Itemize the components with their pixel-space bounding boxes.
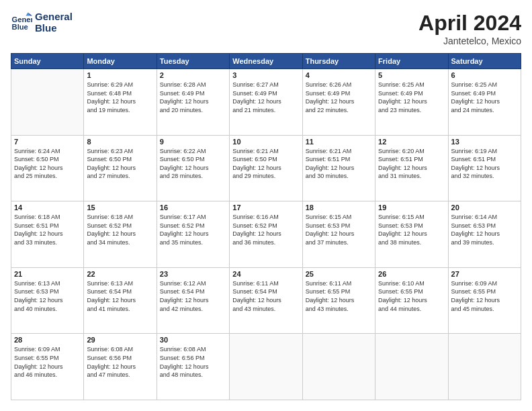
day-number: 6 <box>451 71 518 79</box>
day-number: 5 <box>378 71 445 79</box>
day-number: 9 <box>160 138 226 146</box>
calendar-cell: 16Sunrise: 6:17 AMSunset: 6:52 PMDayligh… <box>157 201 229 268</box>
day-number: 15 <box>87 203 153 212</box>
calendar-cell: 25Sunrise: 6:11 AMSunset: 6:55 PMDayligh… <box>302 267 375 334</box>
day-detail: Sunrise: 6:17 AMSunset: 6:52 PMDaylight:… <box>160 213 226 246</box>
weekday-header-saturday: Saturday <box>448 54 521 69</box>
day-detail: Sunrise: 6:20 AMSunset: 6:51 PMDaylight:… <box>378 147 445 181</box>
day-detail: Sunrise: 6:16 AMSunset: 6:52 PMDaylight:… <box>232 213 299 246</box>
logo-general: General <box>35 11 73 22</box>
day-number: 11 <box>306 138 372 146</box>
month-title: April 2024 <box>418 11 521 36</box>
calendar-cell: 8Sunrise: 6:23 AMSunset: 6:50 PMDaylight… <box>84 135 157 201</box>
day-detail: Sunrise: 6:29 AMSunset: 6:48 PMDaylight:… <box>87 81 153 114</box>
day-number: 18 <box>306 203 372 212</box>
day-detail: Sunrise: 6:09 AMSunset: 6:55 PMDaylight:… <box>451 279 518 313</box>
calendar-cell: 23Sunrise: 6:12 AMSunset: 6:54 PMDayligh… <box>157 267 229 334</box>
day-number: 25 <box>306 270 372 278</box>
calendar-cell: 5Sunrise: 6:25 AMSunset: 6:49 PMDaylight… <box>375 69 448 136</box>
calendar-cell: 26Sunrise: 6:10 AMSunset: 6:55 PMDayligh… <box>375 267 448 334</box>
calendar-cell: 13Sunrise: 6:19 AMSunset: 6:51 PMDayligh… <box>448 135 521 201</box>
day-detail: Sunrise: 6:11 AMSunset: 6:54 PMDaylight:… <box>232 279 299 313</box>
calendar-cell: 18Sunrise: 6:15 AMSunset: 6:53 PMDayligh… <box>302 201 375 268</box>
day-number: 24 <box>232 270 299 278</box>
day-detail: Sunrise: 6:18 AMSunset: 6:52 PMDaylight:… <box>87 213 153 246</box>
calendar-cell: 29Sunrise: 6:08 AMSunset: 6:56 PMDayligh… <box>84 334 157 400</box>
week-row-5: 28Sunrise: 6:09 AMSunset: 6:55 PMDayligh… <box>11 334 521 400</box>
calendar-cell <box>375 334 448 400</box>
day-detail: Sunrise: 6:24 AMSunset: 6:50 PMDaylight:… <box>14 147 81 181</box>
weekday-header-row: SundayMondayTuesdayWednesdayThursdayFrid… <box>11 54 521 69</box>
day-detail: Sunrise: 6:13 AMSunset: 6:54 PMDaylight:… <box>87 279 153 313</box>
day-number: 8 <box>87 138 153 146</box>
calendar-cell: 12Sunrise: 6:20 AMSunset: 6:51 PMDayligh… <box>375 135 448 201</box>
calendar-cell: 20Sunrise: 6:14 AMSunset: 6:53 PMDayligh… <box>448 201 521 268</box>
day-detail: Sunrise: 6:18 AMSunset: 6:51 PMDaylight:… <box>14 213 81 246</box>
header: General Blue General Blue April 2024 Jan… <box>11 11 521 46</box>
week-row-2: 7Sunrise: 6:24 AMSunset: 6:50 PMDaylight… <box>11 135 521 201</box>
day-detail: Sunrise: 6:10 AMSunset: 6:55 PMDaylight:… <box>378 279 445 313</box>
day-number: 1 <box>87 71 153 79</box>
day-detail: Sunrise: 6:22 AMSunset: 6:50 PMDaylight:… <box>160 147 226 181</box>
day-detail: Sunrise: 6:26 AMSunset: 6:49 PMDaylight:… <box>306 81 372 114</box>
day-number: 29 <box>87 336 153 344</box>
day-detail: Sunrise: 6:25 AMSunset: 6:49 PMDaylight:… <box>378 81 445 114</box>
day-number: 30 <box>160 336 226 344</box>
day-detail: Sunrise: 6:23 AMSunset: 6:50 PMDaylight:… <box>87 147 153 181</box>
day-detail: Sunrise: 6:08 AMSunset: 6:56 PMDaylight:… <box>87 345 153 379</box>
calendar-cell: 4Sunrise: 6:26 AMSunset: 6:49 PMDaylight… <box>302 69 375 136</box>
day-number: 4 <box>306 71 372 79</box>
weekday-header-monday: Monday <box>84 54 157 69</box>
weekday-header-sunday: Sunday <box>11 54 84 69</box>
calendar-cell: 19Sunrise: 6:15 AMSunset: 6:53 PMDayligh… <box>375 201 448 268</box>
svg-text:Blue: Blue <box>12 23 28 31</box>
calendar-cell: 24Sunrise: 6:11 AMSunset: 6:54 PMDayligh… <box>230 267 302 334</box>
day-number: 16 <box>160 203 226 212</box>
day-detail: Sunrise: 6:13 AMSunset: 6:53 PMDaylight:… <box>14 279 81 313</box>
logo-icon: General Blue <box>11 11 32 33</box>
day-number: 23 <box>160 270 226 278</box>
week-row-4: 21Sunrise: 6:13 AMSunset: 6:53 PMDayligh… <box>11 267 521 334</box>
svg-text:General: General <box>12 15 32 24</box>
day-detail: Sunrise: 6:14 AMSunset: 6:53 PMDaylight:… <box>451 213 518 246</box>
day-number: 27 <box>451 270 518 278</box>
day-number: 7 <box>14 138 81 146</box>
title-block: April 2024 Jantetelco, Mexico <box>418 11 521 46</box>
calendar-cell: 6Sunrise: 6:25 AMSunset: 6:49 PMDaylight… <box>448 69 521 136</box>
calendar-cell: 15Sunrise: 6:18 AMSunset: 6:52 PMDayligh… <box>84 201 157 268</box>
day-number: 3 <box>232 71 299 79</box>
calendar-cell: 14Sunrise: 6:18 AMSunset: 6:51 PMDayligh… <box>11 201 84 268</box>
calendar-cell: 7Sunrise: 6:24 AMSunset: 6:50 PMDaylight… <box>11 135 84 201</box>
calendar-cell: 3Sunrise: 6:27 AMSunset: 6:49 PMDaylight… <box>230 69 302 136</box>
day-number: 22 <box>87 270 153 278</box>
calendar-cell: 2Sunrise: 6:28 AMSunset: 6:49 PMDaylight… <box>157 69 229 136</box>
day-number: 20 <box>451 203 518 212</box>
day-number: 26 <box>378 270 445 278</box>
day-detail: Sunrise: 6:21 AMSunset: 6:50 PMDaylight:… <box>232 147 299 181</box>
page: General Blue General Blue April 2024 Jan… <box>0 0 532 411</box>
calendar-cell <box>11 69 84 136</box>
day-detail: Sunrise: 6:15 AMSunset: 6:53 PMDaylight:… <box>306 213 372 246</box>
calendar-cell: 22Sunrise: 6:13 AMSunset: 6:54 PMDayligh… <box>84 267 157 334</box>
location: Jantetelco, Mexico <box>418 36 521 46</box>
day-number: 2 <box>160 71 226 79</box>
logo: General Blue General Blue <box>11 11 73 34</box>
day-detail: Sunrise: 6:09 AMSunset: 6:55 PMDaylight:… <box>14 345 81 379</box>
day-number: 21 <box>14 270 81 278</box>
calendar-cell: 11Sunrise: 6:21 AMSunset: 6:51 PMDayligh… <box>302 135 375 201</box>
day-detail: Sunrise: 6:25 AMSunset: 6:49 PMDaylight:… <box>451 81 518 114</box>
day-number: 14 <box>14 203 81 212</box>
day-number: 12 <box>378 138 445 146</box>
day-detail: Sunrise: 6:28 AMSunset: 6:49 PMDaylight:… <box>160 81 226 114</box>
weekday-header-friday: Friday <box>375 54 448 69</box>
calendar-cell: 9Sunrise: 6:22 AMSunset: 6:50 PMDaylight… <box>157 135 229 201</box>
day-detail: Sunrise: 6:11 AMSunset: 6:55 PMDaylight:… <box>306 279 372 313</box>
weekday-header-wednesday: Wednesday <box>230 54 302 69</box>
day-detail: Sunrise: 6:27 AMSunset: 6:49 PMDaylight:… <box>232 81 299 114</box>
day-number: 10 <box>232 138 299 146</box>
day-detail: Sunrise: 6:19 AMSunset: 6:51 PMDaylight:… <box>451 147 518 181</box>
day-detail: Sunrise: 6:12 AMSunset: 6:54 PMDaylight:… <box>160 279 226 313</box>
calendar-cell <box>302 334 375 400</box>
day-number: 13 <box>451 138 518 146</box>
weekday-header-tuesday: Tuesday <box>157 54 229 69</box>
